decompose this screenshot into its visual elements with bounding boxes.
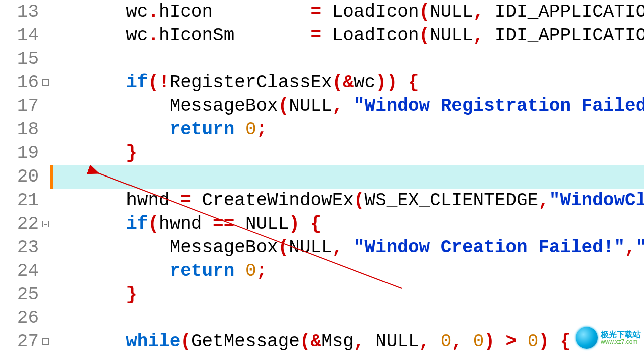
- code-line[interactable]: return 0;: [50, 118, 644, 141]
- token: "Window Creation Failed!": [354, 237, 625, 258]
- token: WS_EX_CLIENTEDGE: [365, 190, 539, 211]
- line-number: 27: [0, 330, 39, 351]
- fold-column: [41, 0, 50, 351]
- token: Msg: [321, 331, 354, 351]
- code-line[interactable]: while(GetMessage(&Msg, NULL, 0, 0) > 0) …: [50, 330, 644, 351]
- code-line[interactable]: return 0;: [50, 259, 644, 283]
- token: wc: [354, 72, 375, 93]
- code-line[interactable]: }: [50, 141, 644, 165]
- token: ,: [451, 331, 462, 351]
- line-number: 19: [0, 141, 39, 165]
- code-line[interactable]: wc.hIcon = LoadIcon(NULL, IDI_APPLICATIO…: [50, 0, 644, 24]
- token: CreateWindowEx: [202, 190, 353, 211]
- token: (: [419, 2, 430, 22]
- code-line-current[interactable]: [50, 165, 644, 189]
- code-line[interactable]: [50, 47, 644, 71]
- line-number: 21: [0, 189, 39, 212]
- token: "WindowClas: [549, 190, 644, 211]
- token: 0: [528, 331, 539, 351]
- token: ,: [332, 96, 343, 116]
- token: ,: [332, 237, 343, 258]
- code-line[interactable]: MessageBox(NULL, "Window Creation Failed…: [50, 236, 644, 259]
- token: NULL: [289, 96, 332, 116]
- token: if: [126, 72, 148, 93]
- token: !: [159, 72, 170, 93]
- line-number: 14: [0, 24, 39, 47]
- code-line[interactable]: MessageBox(NULL, "Window Registration Fa…: [50, 94, 644, 118]
- fold-toggle-icon[interactable]: [42, 221, 49, 227]
- token: return: [170, 119, 235, 140]
- code-line[interactable]: if(!RegisterClassEx(&wc)) {: [50, 71, 644, 94]
- line-number: 25: [0, 283, 39, 306]
- token: (: [148, 214, 159, 234]
- line-number: 22: [0, 212, 39, 236]
- token: (: [419, 25, 430, 46]
- token: 0: [245, 261, 256, 281]
- token: ,: [625, 237, 636, 258]
- token: (: [300, 331, 311, 351]
- token: 0: [245, 119, 256, 140]
- token: hwnd: [126, 190, 169, 211]
- token: (: [180, 331, 191, 351]
- token: 0: [473, 331, 484, 351]
- token: =: [180, 190, 191, 211]
- token: MessageBox: [170, 237, 278, 258]
- token: {: [311, 214, 322, 234]
- token: wc: [126, 2, 148, 22]
- token: >: [505, 331, 517, 351]
- token: ,: [538, 190, 549, 211]
- token: ;: [256, 261, 267, 281]
- token: (: [278, 237, 289, 258]
- token: ,: [473, 2, 484, 22]
- token: =: [311, 25, 322, 46]
- fold-toggle-icon[interactable]: [42, 338, 49, 345]
- token: if: [126, 214, 148, 234]
- code-line[interactable]: }: [50, 283, 644, 306]
- token: return: [170, 261, 235, 281]
- token: }: [126, 284, 137, 305]
- token: ==: [213, 214, 234, 234]
- token: }: [126, 143, 137, 163]
- token: (: [354, 190, 365, 211]
- line-number-gutter: 13 14 15 16 17 18 19 20 21 22 23 24 25 2…: [0, 0, 41, 351]
- token: MessageBox: [170, 96, 278, 116]
- token: IDI_APPLICATION: [495, 2, 644, 22]
- token: hwnd: [159, 214, 202, 234]
- token: ,: [419, 331, 430, 351]
- token: IDI_APPLICATION: [495, 25, 644, 46]
- token: ): [387, 72, 398, 93]
- token: (: [278, 96, 289, 116]
- token: GetMessage: [191, 331, 300, 351]
- token: (: [332, 72, 343, 93]
- token: RegisterClassEx: [170, 72, 332, 93]
- token: NULL: [430, 2, 473, 22]
- token: (: [148, 72, 159, 93]
- token: while: [126, 331, 180, 351]
- code-text-area[interactable]: wc.hIcon = LoadIcon(NULL, IDI_APPLICATIO…: [50, 0, 644, 351]
- token: ,: [354, 331, 365, 351]
- token: ): [289, 214, 300, 234]
- token: NULL: [245, 214, 289, 234]
- token: 0: [441, 331, 452, 351]
- token: "Er: [636, 237, 644, 258]
- token: ): [484, 331, 495, 351]
- code-line[interactable]: wc.hIconSm = LoadIcon(NULL, IDI_APPLICAT…: [50, 24, 644, 47]
- code-line[interactable]: hwnd = CreateWindowEx(WS_EX_CLIENTEDGE,"…: [50, 189, 644, 212]
- code-editor[interactable]: 13 14 15 16 17 18 19 20 21 22 23 24 25 2…: [0, 0, 644, 351]
- token: hIconSm: [159, 25, 234, 46]
- code-line[interactable]: [50, 306, 644, 330]
- token: hIcon: [159, 2, 213, 22]
- fold-toggle-icon[interactable]: [42, 79, 49, 86]
- line-number: 17: [0, 94, 39, 118]
- token: ): [538, 331, 549, 351]
- token: "Window Registration Failed!": [354, 96, 644, 116]
- token: =: [311, 2, 322, 22]
- token: NULL: [289, 237, 332, 258]
- token: NULL: [375, 331, 419, 351]
- line-number: 24: [0, 259, 39, 283]
- token: LoadIcon: [332, 25, 419, 46]
- token: ;: [256, 119, 267, 140]
- token: &: [311, 331, 322, 351]
- code-line[interactable]: if(hwnd == NULL) {: [50, 212, 644, 236]
- line-number: 23: [0, 236, 39, 259]
